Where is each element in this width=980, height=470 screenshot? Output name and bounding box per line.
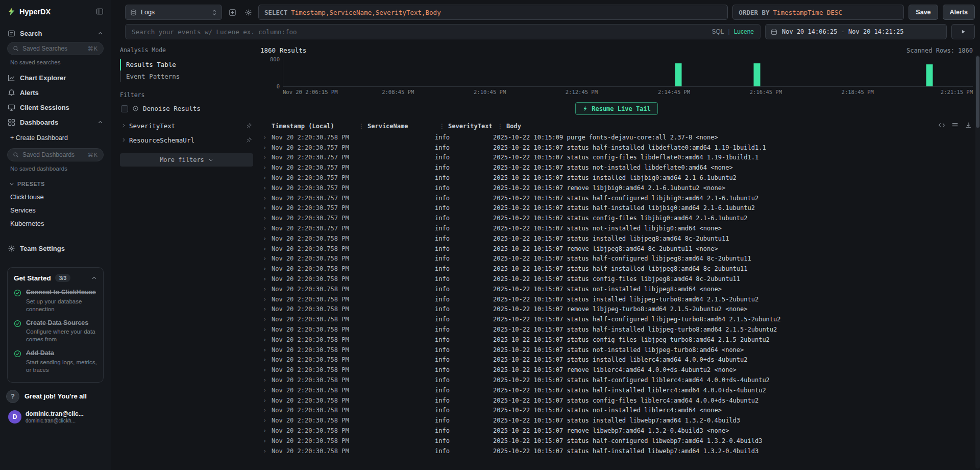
log-row[interactable]: › Nov 20 2:20:30.758 PM info 2025-10-22 … (260, 446, 973, 456)
log-row[interactable]: › Nov 20 2:20:30.757 PM info 2025-10-22 … (260, 173, 973, 183)
sidebar-item-alerts[interactable]: Alerts (5, 85, 106, 100)
log-row[interactable]: › Nov 20 2:20:30.758 PM info 2025-10-22 … (260, 294, 973, 304)
run-query-button[interactable] (951, 24, 975, 39)
row-expand-chevron[interactable]: › (260, 225, 270, 232)
log-row[interactable]: › Nov 20 2:20:30.758 PM info 2025-10-22 … (260, 132, 973, 143)
row-expand-chevron[interactable]: › (260, 397, 270, 404)
chevron-right-icon[interactable] (121, 137, 126, 143)
row-expand-chevron[interactable]: › (260, 417, 270, 424)
date-range-picker[interactable]: Nov 20 14:06:25 - Nov 20 14:21:25 (765, 24, 947, 39)
row-expand-chevron[interactable]: › (260, 215, 270, 222)
source-settings-button[interactable] (242, 7, 254, 18)
search-input[interactable] (132, 28, 707, 36)
log-row[interactable]: › Nov 20 2:20:30.757 PM info 2025-10-22 … (260, 223, 973, 233)
log-row[interactable]: › Nov 20 2:20:30.758 PM info 2025-10-22 … (260, 395, 973, 406)
analysis-option-event-patterns[interactable]: Event Patterns (120, 70, 253, 82)
preset-item-kubernetes[interactable]: Kubernetes (5, 217, 106, 230)
row-expand-chevron[interactable]: › (260, 286, 270, 293)
row-density-icon[interactable] (951, 122, 959, 129)
row-expand-chevron[interactable]: › (260, 316, 270, 323)
log-row[interactable]: › Nov 20 2:20:30.757 PM info 2025-10-22 … (260, 183, 973, 193)
saved-searches-input[interactable]: Saved Searches ⌘K (7, 42, 104, 55)
log-row[interactable]: › Nov 20 2:20:30.758 PM info 2025-10-22 … (260, 335, 973, 345)
row-expand-chevron[interactable]: › (260, 387, 270, 394)
results-scrollbar[interactable] (975, 55, 980, 468)
select-columns-input[interactable]: SELECT Timestamp,ServiceName,SeverityTex… (258, 5, 728, 20)
get-started-step[interactable]: Create Data Sources Configure where your… (14, 319, 97, 344)
row-expand-chevron[interactable]: › (260, 255, 270, 262)
column-header-servicename[interactable]: ⋮ServiceName (358, 123, 439, 130)
column-header-body[interactable]: ⋮Body (497, 123, 973, 130)
pin-icon[interactable] (246, 137, 252, 143)
code-view-icon[interactable] (938, 122, 945, 129)
row-expand-chevron[interactable]: › (260, 204, 270, 212)
user-menu[interactable]: D dominic.tran@clic... dominic.tran@clic… (6, 408, 105, 426)
log-row[interactable]: › Nov 20 2:20:30.757 PM info 2025-10-22 … (260, 143, 973, 153)
sidebar-item-dashboards[interactable]: Dashboards (5, 115, 106, 130)
row-expand-chevron[interactable]: › (260, 427, 270, 434)
sidebar-item-client-sessions[interactable]: Client Sessions (5, 100, 106, 115)
log-row[interactable]: › Nov 20 2:20:30.757 PM info 2025-10-22 … (260, 203, 973, 214)
log-row[interactable]: › Nov 20 2:20:30.758 PM info 2025-10-22 … (260, 284, 973, 294)
row-expand-chevron[interactable]: › (260, 184, 270, 192)
log-row[interactable]: › Nov 20 2:20:30.758 PM info 2025-10-22 … (260, 254, 973, 264)
log-row[interactable]: › Nov 20 2:20:30.758 PM info 2025-10-22 … (260, 375, 973, 385)
denoise-results-toggle[interactable]: Denoise Results (120, 104, 253, 119)
help-button[interactable]: ? (6, 390, 19, 403)
alerts-button[interactable]: Alerts (943, 5, 975, 20)
create-dashboard-button[interactable]: + Create Dashboard (5, 130, 106, 147)
row-expand-chevron[interactable]: › (260, 366, 270, 373)
row-expand-chevron[interactable]: › (260, 437, 270, 444)
row-expand-chevron[interactable]: › (260, 326, 270, 333)
column-header-severitytext[interactable]: ⋮SeverityText (439, 123, 497, 130)
pin-icon[interactable] (246, 123, 252, 129)
sidebar-item-team-settings[interactable]: Team Settings (5, 241, 106, 256)
log-row[interactable]: › Nov 20 2:20:30.758 PM info 2025-10-22 … (260, 233, 973, 244)
filter-field-resourceschemaurl[interactable]: ResourceSchemaUrl (120, 133, 253, 147)
row-expand-chevron[interactable]: › (260, 296, 270, 303)
log-row[interactable]: › Nov 20 2:20:30.758 PM info 2025-10-22 … (260, 314, 973, 324)
log-row[interactable]: › Nov 20 2:20:30.758 PM info 2025-10-22 … (260, 324, 973, 335)
row-expand-chevron[interactable]: › (260, 154, 270, 161)
row-expand-chevron[interactable]: › (260, 407, 270, 414)
get-started-header[interactable]: Get Started 3/3 (14, 274, 97, 282)
analysis-option-results-table[interactable]: Results Table (120, 59, 253, 70)
row-expand-chevron[interactable]: › (260, 195, 270, 202)
log-row[interactable]: › Nov 20 2:20:30.757 PM info 2025-10-22 … (260, 213, 973, 223)
row-expand-chevron[interactable]: › (260, 346, 270, 354)
log-row[interactable]: › Nov 20 2:20:30.758 PM info 2025-10-22 … (260, 365, 973, 375)
log-row[interactable]: › Nov 20 2:20:30.758 PM info 2025-10-22 … (260, 426, 973, 436)
log-row[interactable]: › Nov 20 2:20:30.758 PM info 2025-10-22 … (260, 244, 973, 254)
row-expand-chevron[interactable]: › (260, 448, 270, 455)
row-expand-chevron[interactable]: › (260, 336, 270, 343)
row-expand-chevron[interactable]: › (260, 235, 270, 242)
log-row[interactable]: › Nov 20 2:20:30.758 PM info 2025-10-22 … (260, 304, 973, 315)
presets-toggle[interactable]: PRESETS (5, 177, 106, 190)
row-expand-chevron[interactable]: › (260, 144, 270, 151)
row-expand-chevron[interactable]: › (260, 164, 270, 171)
column-resize-handle[interactable]: ⋮ (358, 123, 364, 130)
sidebar-collapse-icon[interactable] (96, 8, 104, 15)
language-toggle-sql[interactable]: SQL (712, 28, 724, 35)
log-row[interactable]: › Nov 20 2:20:30.758 PM info 2025-10-22 … (260, 264, 973, 274)
log-row[interactable]: › Nov 20 2:20:30.758 PM info 2025-10-22 … (260, 406, 973, 416)
get-started-step[interactable]: Add Data Start sending logs, metrics, or… (14, 349, 97, 374)
add-source-button[interactable] (227, 7, 238, 18)
row-expand-chevron[interactable]: › (260, 134, 270, 141)
chevron-right-icon[interactable] (121, 123, 126, 128)
row-expand-chevron[interactable]: › (260, 377, 270, 384)
source-select[interactable]: Logs (125, 5, 222, 20)
download-icon[interactable] (965, 122, 972, 129)
preset-item-services[interactable]: Services (5, 203, 106, 217)
scrollbar-thumb[interactable] (976, 56, 979, 128)
column-resize-handle[interactable]: ⋮ (439, 123, 445, 130)
preset-item-clickhouse[interactable]: ClickHouse (5, 190, 106, 203)
row-expand-chevron[interactable]: › (260, 265, 270, 272)
row-expand-chevron[interactable]: › (260, 306, 270, 313)
log-row[interactable]: › Nov 20 2:20:30.757 PM info 2025-10-22 … (260, 162, 973, 173)
column-resize-handle[interactable]: ⋮ (497, 123, 503, 130)
order-by-input[interactable]: ORDER BY TimestampTime DESC (732, 5, 904, 20)
language-toggle-lucene[interactable]: Lucene (734, 28, 754, 35)
denoise-checkbox[interactable] (121, 105, 128, 112)
log-row[interactable]: › Nov 20 2:20:30.758 PM info 2025-10-22 … (260, 385, 973, 395)
